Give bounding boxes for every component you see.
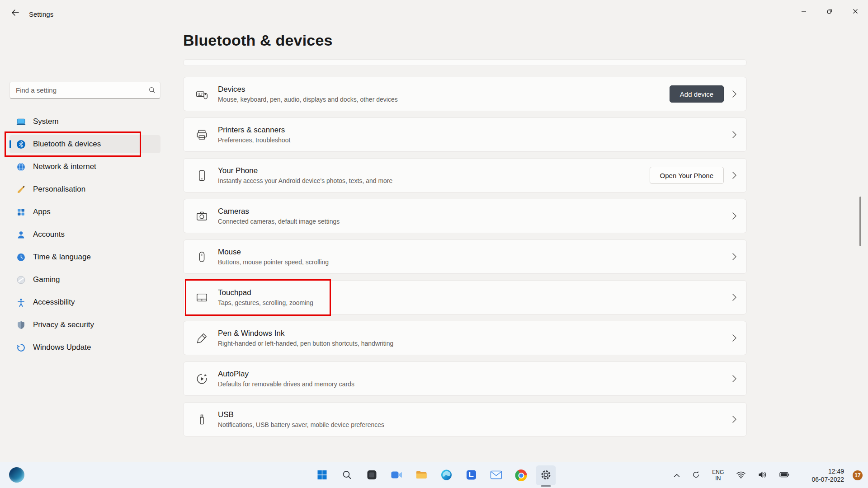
chat-video-icon: [391, 470, 403, 481]
sidebar-item-privacy-security[interactable]: Privacy & security: [9, 316, 160, 334]
search-icon: [342, 470, 352, 481]
blue-app-icon: [466, 469, 477, 482]
minimize-button[interactable]: [791, 0, 816, 23]
browser-logo-icon[interactable]: [9, 467, 24, 483]
notification-count-badge: 17: [853, 470, 863, 480]
add-device-button[interactable]: Add device: [670, 85, 724, 103]
sync-icon: [692, 471, 700, 480]
row-title: Devices: [218, 85, 398, 94]
taskbar-center: [312, 465, 556, 485]
touchpad-icon: [195, 291, 208, 304]
settings-app-button[interactable]: [536, 465, 556, 485]
open-your-phone-button[interactable]: Open Your Phone: [650, 167, 724, 184]
chevron-right-icon: [732, 415, 736, 423]
battery-tray-button[interactable]: [777, 469, 792, 482]
language-indicator[interactable]: ENG IN: [709, 467, 726, 483]
date-text: 06-07-2022: [811, 475, 844, 483]
windows-start-icon: [317, 469, 328, 482]
sidebar-item-time-language[interactable]: Time & language: [9, 248, 160, 266]
chrome-icon: [515, 469, 527, 481]
sidebar-item-network-internet[interactable]: Network & internet: [9, 158, 160, 176]
sidebar-item-apps[interactable]: Apps: [9, 203, 160, 221]
settings-row-printers-scanners[interactable]: Printers & scanners Preferences, trouble…: [183, 117, 747, 152]
search-input[interactable]: [9, 82, 160, 99]
chrome-button[interactable]: [511, 465, 531, 485]
settings-row-mouse[interactable]: Mouse Buttons, mouse pointer speed, scro…: [183, 239, 747, 274]
sidebar-item-accounts[interactable]: Accounts: [9, 225, 160, 244]
sidebar-item-windows-update[interactable]: Windows Update: [9, 338, 160, 357]
edge-icon: [441, 469, 453, 482]
taskbar: ENG IN 12:49 06-07-2022 17: [0, 462, 868, 488]
sidebar-item-label: System: [33, 117, 59, 126]
sidebar-item-label: Apps: [33, 207, 51, 216]
close-button[interactable]: [842, 0, 868, 23]
system-tray: ENG IN 12:49 06-07-2022 17: [671, 462, 863, 488]
camera-icon: [195, 210, 208, 222]
start-button[interactable]: [312, 465, 332, 485]
folder-icon: [416, 470, 428, 481]
volume-tray-button[interactable]: [755, 468, 770, 483]
taskbar-search-button[interactable]: [337, 465, 357, 485]
sidebar-item-label: Accounts: [33, 230, 65, 239]
settings-row-your-phone[interactable]: Your Phone Instantly access your Android…: [183, 158, 747, 192]
row-title: Mouse: [218, 248, 329, 257]
sidebar-item-label: Privacy & security: [33, 320, 94, 329]
row-subtitle: Instantly access your Android device's p…: [218, 177, 392, 184]
restore-icon: [827, 9, 832, 15]
row-subtitle: Defaults for removable drives and memory…: [218, 380, 354, 388]
sidebar-item-label: Bluetooth & devices: [33, 140, 101, 149]
chevron-right-icon: [732, 212, 736, 220]
battery-icon: [779, 472, 789, 479]
chevron-right-icon: [732, 375, 736, 383]
gear-icon: [540, 469, 552, 482]
sidebar-item-bluetooth-devices[interactable]: Bluetooth & devices: [9, 135, 160, 153]
bluetooth-icon: [16, 139, 26, 149]
sidebar-item-label: Gaming: [33, 275, 60, 284]
settings-row-cameras[interactable]: Cameras Connected cameras, default image…: [183, 199, 747, 233]
sidebar-item-label: Time & language: [33, 253, 91, 262]
scrollbar-thumb[interactable]: [859, 197, 861, 246]
tray-overflow-button[interactable]: [671, 469, 683, 482]
settings-row-touchpad[interactable]: Touchpad Taps, gestures, scrolling, zoom…: [183, 280, 747, 314]
settings-row-autoplay[interactable]: AutoPlay Defaults for removable drives a…: [183, 361, 747, 396]
row-subtitle: Right-handed or left-handed, pen button …: [218, 340, 393, 347]
printer-icon: [195, 129, 208, 141]
row-title: Printers & scanners: [218, 126, 290, 135]
file-explorer-button[interactable]: [412, 465, 432, 485]
row-subtitle: Preferences, troubleshoot: [218, 136, 290, 144]
privacy-icon: [16, 320, 26, 330]
search-box: [9, 82, 160, 99]
settings-row-pen-windows-ink[interactable]: Pen & Windows Ink Right-handed or left-h…: [183, 321, 747, 355]
edge-button[interactable]: [437, 465, 457, 485]
row-title: Cameras: [218, 207, 340, 216]
sidebar-item-system[interactable]: System: [9, 113, 160, 131]
settings-row-devices[interactable]: Devices Mouse, keyboard, pen, audio, dis…: [183, 77, 747, 111]
task-view-button[interactable]: [362, 465, 382, 485]
devices-icon: [195, 88, 208, 100]
system-icon: [16, 117, 26, 127]
wifi-tray-button[interactable]: [733, 468, 749, 483]
clock[interactable]: 12:49 06-07-2022: [810, 466, 846, 485]
row-title: Touchpad: [218, 288, 313, 297]
sidebar-item-accessibility[interactable]: Accessibility: [9, 293, 160, 311]
back-button[interactable]: [6, 5, 24, 21]
restore-button[interactable]: [816, 0, 842, 23]
region-code: IN: [712, 475, 724, 482]
chevron-right-icon: [732, 253, 736, 261]
autoplay-icon: [195, 373, 208, 385]
sidebar-item-personalisation[interactable]: Personalisation: [9, 180, 160, 198]
chat-button[interactable]: [387, 465, 407, 485]
sidebar-item-label: Accessibility: [33, 298, 75, 307]
settings-row-usb[interactable]: USB Notifications, USB battery saver, mo…: [183, 402, 747, 436]
row-title: AutoPlay: [218, 370, 354, 379]
blue-app-button[interactable]: [462, 465, 481, 485]
sidebar-item-gaming[interactable]: Gaming: [9, 271, 160, 289]
windows-update-icon: [16, 343, 26, 352]
sync-tray-button[interactable]: [689, 468, 703, 483]
mail-button[interactable]: [486, 465, 506, 485]
page-title: Bluetooth & devices: [183, 32, 333, 49]
settings-window: Settings System Bluetooth & devices: [0, 0, 868, 488]
chevron-right-icon: [732, 90, 736, 98]
sidebar-item-label: Personalisation: [33, 185, 85, 194]
settings-row-partial[interactable]: [183, 59, 747, 66]
